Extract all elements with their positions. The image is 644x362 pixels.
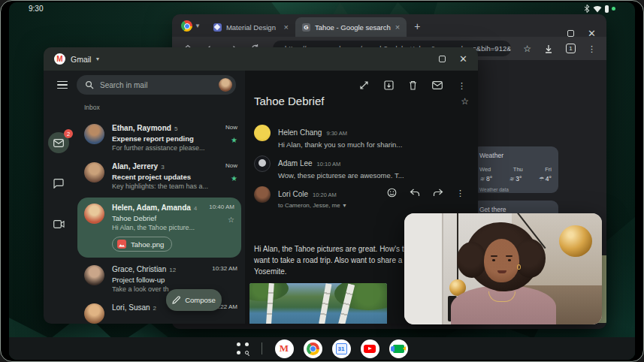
video-participant-face	[484, 239, 519, 282]
tablet-frame: 9:30 ▼ Material Design ×	[0, 0, 644, 362]
maximize-button[interactable]	[439, 56, 446, 62]
star-icon[interactable]: ★	[231, 176, 237, 182]
dock-meet-button[interactable]	[389, 339, 408, 358]
weather-day: Wed	[479, 166, 491, 173]
weather-temp: 4°	[546, 175, 552, 183]
avatar	[84, 162, 104, 183]
weather-temp: 8°	[486, 175, 492, 183]
forward-icon[interactable]	[433, 189, 443, 197]
chrome-tab-strip: ▼ Material Design × G Tahoe - Google ses…	[172, 14, 606, 37]
calendar-icon: 31	[336, 343, 347, 354]
google-favicon: G	[302, 23, 310, 32]
chrome-menu-button[interactable]: ▼	[172, 20, 207, 37]
clock: 9:30	[29, 5, 43, 13]
screen: 9:30 ▼ Material Design ×	[9, 2, 635, 360]
chevron-down-icon[interactable]: ▼	[95, 56, 100, 62]
message-row[interactable]: Helen Chang9:30 AM Hi Alan, thank you so…	[254, 125, 470, 149]
close-window-button[interactable]: ✕	[588, 30, 596, 37]
recipients[interactable]: to Cameron, Jesse, me ▼	[278, 202, 347, 209]
gmail-icon: M	[280, 342, 289, 354]
more-options-icon[interactable]: ⋮	[458, 82, 466, 89]
compose-button[interactable]: Compose	[166, 289, 222, 311]
video-door-panel	[404, 213, 443, 324]
youtube-icon	[364, 345, 376, 353]
tab-close-icon[interactable]: ×	[395, 23, 400, 32]
download-icon[interactable]	[543, 44, 554, 54]
maximize-button[interactable]	[567, 30, 574, 37]
avatar	[84, 204, 104, 224]
lamp-cord	[457, 213, 458, 287]
reply-icon[interactable]	[410, 189, 420, 197]
message-row[interactable]: Lori Cole10:20 AM to Cameron, Jesse, me …	[254, 186, 470, 209]
emoji-icon[interactable]	[387, 188, 397, 198]
search-icon	[85, 80, 94, 89]
image-attachment-icon	[117, 240, 126, 249]
message-more-icon[interactable]: ⋮	[456, 189, 464, 197]
video-call-window[interactable]	[404, 213, 602, 324]
new-tab-button[interactable]: +	[407, 20, 428, 37]
inline-photo-tahoe[interactable]: Tahoe.png 104 KB ×	[249, 283, 387, 324]
avatar	[84, 265, 104, 285]
nav-meet-button[interactable]	[48, 213, 69, 234]
chrome-logo-icon	[181, 20, 192, 32]
rain-icon: ☂	[538, 176, 543, 183]
pendant-lamp	[559, 225, 592, 257]
nav-chat-button[interactable]	[48, 173, 69, 194]
gmail-app-bar: Search in mail	[44, 71, 245, 99]
expand-icon[interactable]	[359, 80, 369, 90]
tab-material-design[interactable]: Material Design ×	[207, 17, 295, 37]
dock-youtube-button[interactable]	[361, 339, 379, 358]
gmail-title-bar[interactable]: M Gmail ▼ ✕	[44, 47, 478, 71]
status-bar: 9:30	[9, 2, 635, 15]
star-icon[interactable]: ☆	[461, 98, 469, 104]
weather-day: Fri	[545, 166, 552, 173]
dock-calendar-button[interactable]: 31	[332, 339, 351, 358]
move-to-inbox-icon[interactable]	[384, 80, 394, 90]
dock-gmail-button[interactable]: M	[275, 339, 294, 358]
message-row[interactable]: Adam Lee10:10 AM Wow, these picturese ar…	[254, 155, 470, 179]
taskbar: M 31	[9, 337, 635, 360]
tab-switcher-button[interactable]: 1	[566, 44, 576, 53]
nav-mail-button[interactable]: 2	[48, 132, 69, 153]
conversation-row[interactable]: Ethan, Raymond5 Expense report pending F…	[74, 119, 245, 157]
gmail-app-title: Gmail	[71, 55, 91, 64]
star-icon[interactable]: ☆	[228, 217, 234, 223]
photo-birch-tree	[312, 283, 332, 324]
bookmark-star-icon[interactable]: ☆	[523, 45, 531, 53]
all-apps-button[interactable]	[237, 342, 249, 354]
get-there-title: Get there	[479, 206, 552, 213]
delete-icon[interactable]	[409, 80, 417, 90]
search-placeholder: Search in mail	[100, 81, 213, 89]
weather-card[interactable]: Weather Wed Thu Fri ≋ 8° ≋ 3° ☂ 4° Weath…	[473, 146, 558, 193]
close-window-button[interactable]: ✕	[459, 56, 467, 62]
camera-indicator-icon	[612, 7, 615, 11]
earring	[517, 264, 521, 270]
account-avatar[interactable]	[219, 78, 232, 92]
tab-close-icon[interactable]: ×	[283, 23, 288, 32]
inbox-label: Inbox	[84, 104, 245, 111]
hamburger-menu-button[interactable]	[57, 81, 68, 89]
conversation-row[interactable]: Alan, Jerrery3 Recent project updates Ke…	[74, 157, 245, 195]
weather-title: Weather	[479, 152, 552, 159]
meet-icon	[393, 345, 404, 353]
pencil-icon	[172, 296, 180, 304]
mark-unread-icon[interactable]	[432, 81, 443, 89]
material-design-favicon	[213, 23, 222, 32]
avatar	[84, 124, 104, 144]
wind-icon: ≋	[479, 176, 485, 183]
gmail-logo-icon: M	[54, 53, 65, 65]
dock-chrome-button[interactable]	[304, 339, 322, 358]
wind-icon: ≋	[509, 176, 514, 183]
chrome-icon	[307, 342, 319, 355]
search-bar[interactable]: Search in mail	[77, 75, 236, 95]
battery-icon	[605, 5, 609, 13]
tab-tahoe-search[interactable]: G Tahoe - Google sesarch ×	[295, 17, 407, 37]
avatar	[254, 155, 271, 172]
chrome-overflow-menu[interactable]: ⋮	[588, 45, 596, 53]
conversation-row-selected[interactable]: Helen, Adam, Amanda4 Tahoe Debrief Hi Al…	[77, 198, 241, 258]
chat-icon	[53, 179, 64, 189]
attachment-chip[interactable]: Tahoe.png	[112, 237, 172, 252]
chevron-down-icon: ▼	[195, 23, 201, 29]
star-icon[interactable]: ★	[231, 137, 237, 143]
avatar	[254, 125, 271, 141]
